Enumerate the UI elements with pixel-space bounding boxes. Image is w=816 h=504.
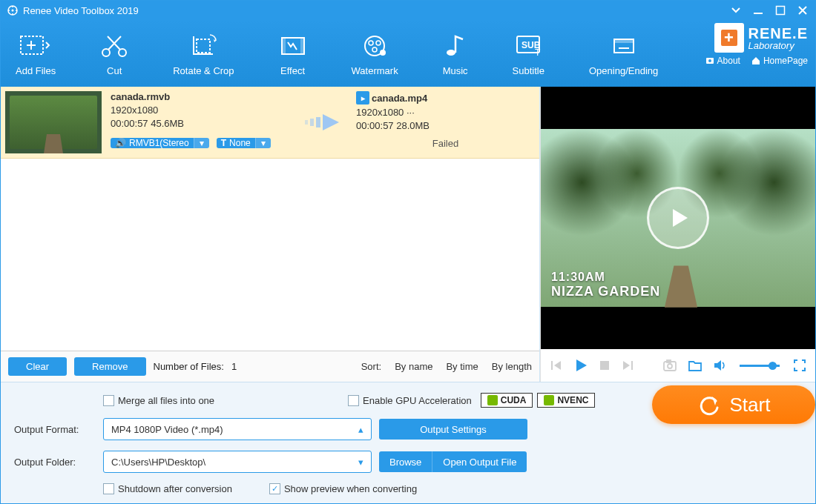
output-format-value: MP4 1080P Video (*.mp4) [111,424,223,435]
prev-button[interactable] [550,359,563,372]
music-label: Music [443,65,468,76]
opening-ending-icon [610,31,638,61]
opening-ending-button[interactable]: Opening/Ending [589,24,658,83]
cut-label: Cut [107,65,122,76]
dst-duration-size: 00:00:57 28.0MB [356,120,535,131]
svg-point-15 [380,50,386,56]
output-format-combo[interactable]: MP4 1080P Video (*.mp4) ▴ [103,418,372,440]
dropdown-window-icon[interactable] [729,4,743,17]
open-output-file-button[interactable]: Open Output File [432,451,527,472]
file-count-value: 1 [231,361,237,372]
about-link[interactable]: About [705,56,740,66]
add-files-label: Add Files [16,65,56,76]
svg-text:T: T [535,47,541,58]
subtitle-t-icon: T [221,138,226,148]
svg-rect-3 [777,7,785,15]
close-icon[interactable] [796,4,809,17]
merge-checkbox[interactable]: Merge all files into one [103,395,214,406]
remove-button[interactable]: Remove [74,357,145,376]
volume-icon[interactable] [713,359,726,372]
add-files-button[interactable]: Add Files [16,24,56,83]
subtitle-button[interactable]: SUBT Subtitle [513,24,544,83]
scissors-icon [100,31,128,61]
preview-place-overlay: NIZZA GARDEN [551,284,660,299]
nvidia-eye-icon [487,395,498,405]
conversion-status: Failed [432,138,458,153]
svg-rect-10 [300,38,304,54]
fullscreen-button[interactable] [793,359,806,372]
minimize-icon[interactable] [751,4,765,17]
chevron-down-icon: ▾ [194,138,209,148]
svg-point-16 [447,50,455,56]
sort-by-length[interactable]: By length [492,361,532,372]
file-row[interactable]: canada.rmvb 1920x1080 00:00:57 45.6MB 🔊R… [1,87,539,159]
gpu-accel-checkbox[interactable]: Enable GPU Acceleration [348,395,472,406]
effect-button[interactable]: Effect [279,24,307,83]
music-button[interactable]: Music [443,24,468,83]
svg-point-1 [12,10,14,12]
chevron-down-icon: ▾ [358,457,363,468]
shutdown-checkbox[interactable]: Shutdown after conversion [103,483,232,494]
player-controls [541,349,815,382]
show-preview-checkbox[interactable]: Show preview when converting [269,483,417,494]
app-window: Renee Video Toolbox 2019 Add Files Cut R… [0,0,816,504]
file-list-toolbar: Clear Remove Number of Files: 1 Sort: By… [1,351,539,382]
svg-rect-2 [754,13,763,14]
browse-button[interactable]: Browse [379,451,432,472]
rotate-crop-button[interactable]: Rotate & Crop [173,24,234,83]
volume-slider[interactable] [740,365,780,367]
maximize-icon[interactable] [774,4,787,17]
svg-rect-26 [316,117,320,127]
output-folder-combo[interactable]: C:\Users\HP\Desktop\ ▾ [103,451,372,473]
sort-by-time[interactable]: By time [446,361,478,372]
middle-area: canada.rmvb 1920x1080 00:00:57 45.6MB 🔊R… [1,87,815,382]
dst-filename: canada.mp4 [372,93,427,104]
app-title: Renee Video Toolbox 2019 [23,5,139,16]
chevron-up-icon: ▴ [358,424,363,435]
svg-point-12 [369,41,373,45]
effect-label: Effect [280,65,305,76]
subtitle-label: Subtitle [513,65,544,76]
video-preview[interactable]: 11:30AM NIZZA GARDEN [541,87,815,349]
brand-line1: RENE.E [748,26,808,41]
brand-block: + RENE.E Laboratory About HomePage [705,23,808,66]
crop-icon [189,31,217,61]
svg-rect-27 [551,361,553,370]
src-filename: canada.rmvb [111,91,289,102]
src-duration-size: 00:00:57 45.6MB [111,118,289,129]
start-button[interactable]: Start [652,385,815,424]
snapshot-button[interactable] [662,359,677,372]
svg-point-31 [668,364,672,368]
bottom-panel: Merge all files into one Enable GPU Acce… [1,382,815,503]
next-button[interactable] [621,359,634,372]
rotate-crop-label: Rotate & Crop [173,65,234,76]
watermark-button[interactable]: Watermark [352,24,398,83]
output-format-label: Output Format: [14,424,96,435]
open-folder-button[interactable] [688,359,703,372]
nvidia-eye-icon [544,395,554,405]
brand-logo-icon: + [714,23,744,53]
homepage-link[interactable]: HomePage [751,56,808,66]
play-button[interactable] [573,358,588,373]
file-count-label: Number of Files: [154,361,224,372]
conversion-arrow-icon [289,91,356,153]
clear-button[interactable]: Clear [8,357,67,376]
output-settings-button[interactable]: Output Settings [379,419,527,440]
watermark-label: Watermark [352,65,398,76]
stop-button[interactable] [599,359,611,371]
svg-rect-24 [305,120,308,125]
watermark-icon [361,31,389,61]
svg-rect-28 [600,361,609,370]
subtitle-track-selector[interactable]: TNone ▾ [217,134,271,152]
cut-button[interactable]: Cut [100,24,128,83]
add-files-icon [19,31,52,61]
subtitle-icon: SUBT [514,31,542,61]
svg-point-6 [119,49,126,56]
chevron-down-icon: ▾ [255,138,271,148]
titlebar: Renee Video Toolbox 2019 [1,1,815,20]
svg-rect-7 [197,39,210,53]
opening-ending-label: Opening/Ending [589,65,658,76]
audio-track-selector[interactable]: 🔊RMVB1(Stereo ▾ [111,134,209,152]
sort-by-name[interactable]: By name [395,361,432,372]
play-overlay-button[interactable] [647,187,709,249]
